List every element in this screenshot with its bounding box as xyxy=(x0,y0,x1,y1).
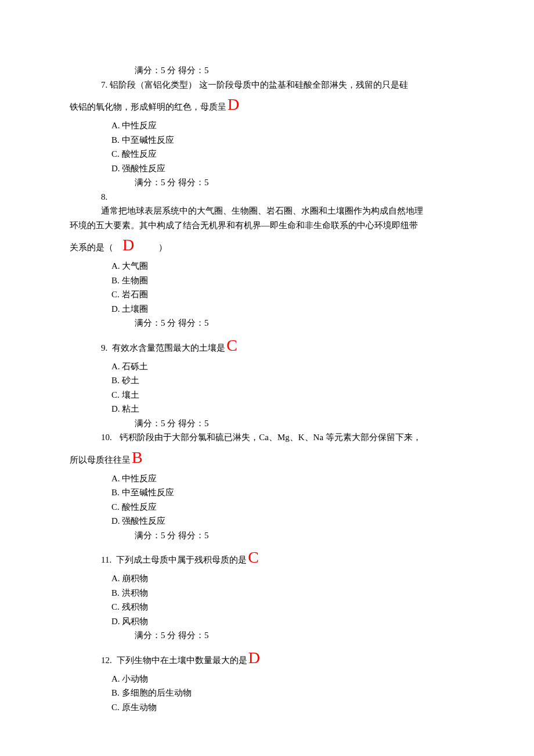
q11-line: 11. 下列成土母质中属于残积母质的是 C xyxy=(101,545,464,570)
score-line-q8: 满分：5 分 得分：5 xyxy=(135,316,464,330)
q8-text3-post: ） xyxy=(158,241,167,254)
q7-line2: 铁铝的氧化物，形成鲜明的红色，母质呈 D xyxy=(70,92,464,117)
q10-text1: 钙积阶段由于大部分氯和硫已淋失，Ca、Mg、K、Na 等元素大部分保留下来， xyxy=(120,433,421,442)
q7-option-c: C. 酸性反应 xyxy=(111,147,464,161)
q7-answer: D xyxy=(226,92,240,117)
q10-option-c: C. 酸性反应 xyxy=(111,501,464,514)
q8-option-d: D. 土壤圈 xyxy=(111,303,464,316)
q8-option-c: C. 岩石圈 xyxy=(111,288,464,301)
q10-option-b: B. 中至碱性反应 xyxy=(111,486,464,499)
q7-option-a: A. 中性反应 xyxy=(111,119,464,132)
q11-option-b: B. 洪积物 xyxy=(111,586,464,600)
q8-answer: D xyxy=(121,233,135,257)
score-line-q9: 满分：5 分 得分：5 xyxy=(135,417,464,430)
q9-line: 9. 有效水含量范围最大的土壤是 C xyxy=(101,333,464,358)
q11-text: 下列成土母质中属于残积母质的是 xyxy=(116,553,247,567)
q7-num: 7. xyxy=(101,80,107,89)
q10-text2: 所以母质往往呈 xyxy=(70,453,131,467)
score-line-q11: 满分：5 分 得分：5 xyxy=(135,629,464,642)
q7-line1: 7. 铝阶段（富铝化类型） 这一阶段母质中的盐基和硅酸全部淋失，残留的只是硅 xyxy=(101,78,464,92)
q11-option-a: A. 崩积物 xyxy=(111,572,464,585)
q10-num: 10. xyxy=(101,433,112,442)
q12-line: 12. 下列生物中在土壤中数量最大的是 D xyxy=(101,646,464,670)
q7-text2: 铁铝的氧化物，形成鲜明的红色，母质呈 xyxy=(70,100,226,114)
score-line-q10: 满分：5 分 得分：5 xyxy=(135,529,464,542)
q12-option-b: B. 多细胞的后生动物 xyxy=(111,686,464,700)
q8-line2: 环境的五大要素。其中构成了结合无机界和有机界—即生命和非生命联系的中心环境即纽带 xyxy=(70,219,464,232)
q8-option-b: B. 生物圈 xyxy=(111,274,464,287)
q9-text: 有效水含量范围最大的土壤是 xyxy=(112,341,225,355)
q12-text: 下列生物中在土壤中数量最大的是 xyxy=(117,654,247,667)
q12-answer: D xyxy=(247,646,261,670)
q11-answer: C xyxy=(247,545,260,570)
q8-option-a: A. 大气圈 xyxy=(111,260,464,273)
q11-num: 11. xyxy=(101,553,111,567)
q9-option-c: C. 壤土 xyxy=(111,388,464,402)
q10-line1: 10. 钙积阶段由于大部分氯和硫已淋失，Ca、Mg、K、Na 等元素大部分保留下… xyxy=(101,431,464,444)
q7-option-d: D. 强酸性反应 xyxy=(111,162,464,175)
q7-text1: 铝阶段（富铝化类型） 这一阶段母质中的盐基和硅酸全部淋失，残留的只是硅 xyxy=(110,80,408,89)
q10-line2: 所以母质往往呈 B xyxy=(70,445,464,470)
score-line-q7: 满分：5 分 得分：5 xyxy=(135,176,464,189)
q9-option-b: B. 砂土 xyxy=(111,374,464,387)
q10-option-a: A. 中性反应 xyxy=(111,472,464,485)
score-line: 满分：5 分 得分：5 xyxy=(135,64,464,77)
q12-option-a: A. 小动物 xyxy=(111,672,464,686)
q8-line1: 通常把地球表层系统中的大气圈、生物圈、岩石圈、水圈和土壤圈作为构成自然地理 xyxy=(101,204,464,218)
q9-option-d: D. 粘土 xyxy=(111,402,464,416)
q12-option-c: C. 原生动物 xyxy=(111,701,464,714)
q11-option-c: C. 残积物 xyxy=(111,600,464,614)
q8-line3: 关系的是（ D ） xyxy=(70,233,464,257)
q8-text3-pre: 关系的是（ xyxy=(70,241,113,254)
q11-option-d: D. 风积物 xyxy=(111,615,464,628)
q8-num-line: 8. xyxy=(101,190,464,204)
q10-answer: B xyxy=(131,445,144,470)
q10-option-d: D. 强酸性反应 xyxy=(111,514,464,528)
q7-option-b: B. 中至碱性反应 xyxy=(111,134,464,147)
q12-num: 12. xyxy=(101,654,112,667)
q9-answer: C xyxy=(225,333,239,358)
q9-num: 9. xyxy=(101,341,107,355)
q9-option-a: A. 石砾土 xyxy=(111,360,464,373)
